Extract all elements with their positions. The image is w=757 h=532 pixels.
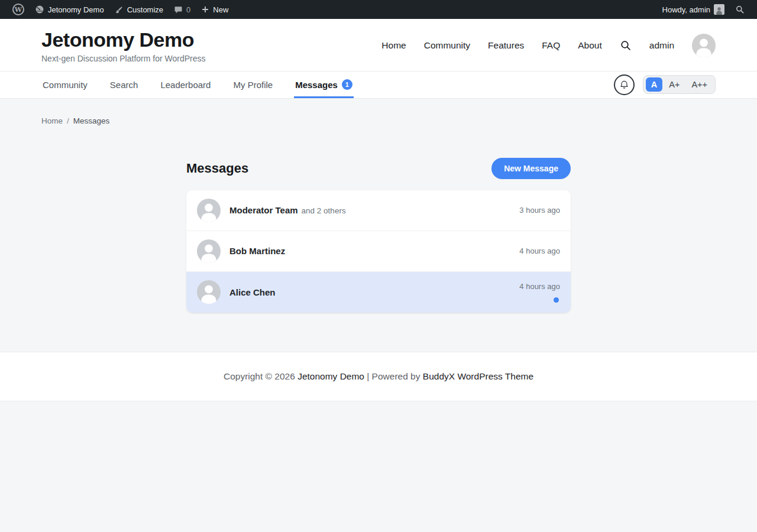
admin-bar-search[interactable] (730, 0, 750, 19)
subnav-label: My Profile (233, 80, 273, 90)
breadcrumb-separator: / (67, 116, 69, 125)
subnav-item-messages[interactable]: Messages 1 (294, 72, 354, 98)
secondary-nav: Community Search Leaderboard My Profile … (0, 72, 757, 99)
howdy-label: Howdy, admin (662, 5, 710, 14)
new-message-button[interactable]: New Message (491, 158, 571, 179)
header-search-button[interactable] (620, 40, 632, 51)
avatar (197, 280, 221, 304)
font-size-plus-plus-button[interactable]: A++ (686, 77, 713, 92)
page: W Jetonomy Demo Customize 0 New (0, 0, 757, 532)
notifications-button[interactable] (614, 74, 635, 95)
page-title: Messages (186, 161, 248, 176)
admin-bar-comments-count: 0 (186, 5, 190, 14)
search-icon (620, 40, 632, 51)
person-icon (197, 280, 221, 304)
nav-link-about[interactable]: About (578, 40, 602, 51)
admin-bar-comments[interactable]: 0 (169, 0, 196, 19)
thread-name: Bob Martinez (229, 246, 285, 256)
thread-names: Alice Chen (229, 287, 276, 297)
message-thread-list: Moderator Team and 2 others 3 hours ago … (186, 190, 571, 313)
subnav-item-my-profile[interactable]: My Profile (232, 72, 274, 98)
breadcrumb-home-link[interactable]: Home (41, 116, 63, 125)
subnav-label: Messages (295, 80, 338, 90)
thread-time: 4 hours ago (519, 282, 560, 291)
header-user-avatar[interactable] (692, 34, 716, 57)
admin-bar-customize[interactable]: Customize (109, 0, 169, 19)
wp-admin-bar: W Jetonomy Demo Customize 0 New (0, 0, 757, 19)
admin-bar-my-account[interactable]: Howdy, admin (657, 0, 730, 19)
thread-meta: 4 hours ago (519, 246, 560, 255)
admin-bar-new[interactable]: New (196, 0, 234, 19)
footer-powered-by: | Powered by (364, 371, 423, 381)
messages-section: Messages New Message Moderator Team and … (186, 158, 571, 313)
site-footer: Copyright © 2026 Jetonomy Demo | Powered… (0, 352, 757, 401)
admin-bar-right: Howdy, admin (657, 0, 750, 19)
nav-link-home[interactable]: Home (381, 40, 406, 51)
subnav-item-community[interactable]: Community (41, 72, 89, 98)
site-title[interactable]: Jetonomy Demo (41, 28, 206, 52)
thread-meta: 4 hours ago (519, 282, 560, 303)
site-header: Jetonomy Demo Next-gen Discussion Platfo… (0, 19, 757, 72)
content-area: Home / Messages Messages New Message Mod… (0, 99, 757, 352)
messages-header: Messages New Message (186, 158, 571, 179)
bell-icon (619, 79, 630, 90)
breadcrumb: Home / Messages (41, 116, 716, 125)
font-size-switcher: A A+ A++ (643, 75, 716, 94)
footer-theme-link[interactable]: BuddyX WordPress Theme (423, 371, 533, 381)
site-branding: Jetonomy Demo Next-gen Discussion Platfo… (41, 28, 206, 63)
admin-bar-new-label: New (213, 5, 228, 14)
nav-link-features[interactable]: Features (488, 40, 524, 51)
font-size-plus-button[interactable]: A+ (664, 77, 685, 92)
breadcrumb-current: Messages (73, 116, 110, 125)
person-icon (197, 199, 221, 222)
dashboard-gauge-icon (35, 5, 44, 14)
subnav-right-controls: A A+ A++ (614, 72, 716, 98)
subnav-item-leaderboard[interactable]: Leaderboard (159, 72, 212, 98)
thread-names: Moderator Team and 2 others (229, 205, 346, 215)
nav-link-faq[interactable]: FAQ (542, 40, 560, 51)
site-tagline: Next-gen Discussion Platform for WordPre… (41, 54, 206, 63)
nav-link-community[interactable]: Community (424, 40, 470, 51)
thread-name: Moderator Team (229, 205, 298, 215)
comment-bubble-icon (174, 5, 183, 14)
admin-bar-site-name[interactable]: Jetonomy Demo (30, 0, 109, 19)
admin-bar-site-name-label: Jetonomy Demo (48, 5, 104, 14)
header-user-name[interactable]: admin (649, 40, 674, 51)
thread-time: 4 hours ago (519, 246, 560, 255)
thread-names: Bob Martinez (229, 246, 285, 256)
thread-row-bob-martinez[interactable]: Bob Martinez 4 hours ago (186, 231, 571, 272)
subnav-item-search[interactable]: Search (109, 72, 140, 98)
secondary-nav-items: Community Search Leaderboard My Profile … (41, 72, 354, 98)
person-icon (692, 34, 716, 57)
avatar (197, 239, 221, 263)
admin-bar-customize-label: Customize (127, 5, 163, 14)
footer-site-link[interactable]: Jetonomy Demo (297, 371, 364, 381)
main-nav: Home Community Features FAQ About admin (381, 34, 716, 57)
thread-row-moderator-team[interactable]: Moderator Team and 2 others 3 hours ago (186, 190, 571, 231)
thread-time: 3 hours ago (519, 206, 560, 215)
avatar (197, 199, 221, 222)
thread-extra: and 2 others (302, 206, 346, 215)
font-size-normal-button[interactable]: A (646, 77, 662, 92)
paintbrush-icon (115, 5, 124, 14)
plus-icon (201, 5, 209, 14)
admin-bar-avatar (714, 4, 724, 15)
subnav-label: Search (110, 80, 138, 90)
bottom-filler (0, 401, 757, 532)
search-icon (735, 5, 745, 14)
subnav-label: Leaderboard (160, 80, 211, 90)
thread-row-alice-chen[interactable]: Alice Chen 4 hours ago (186, 272, 571, 313)
subnav-label: Community (43, 80, 88, 90)
wordpress-logo-icon: W (12, 4, 24, 15)
thread-meta: 3 hours ago (519, 206, 560, 215)
thread-name: Alice Chen (229, 287, 276, 297)
person-icon (197, 239, 221, 263)
unread-indicator-dot (554, 297, 559, 303)
messages-count-badge: 1 (342, 79, 352, 90)
footer-copyright: Copyright © 2026 (224, 371, 297, 381)
wp-logo-menu[interactable]: W (7, 0, 30, 19)
